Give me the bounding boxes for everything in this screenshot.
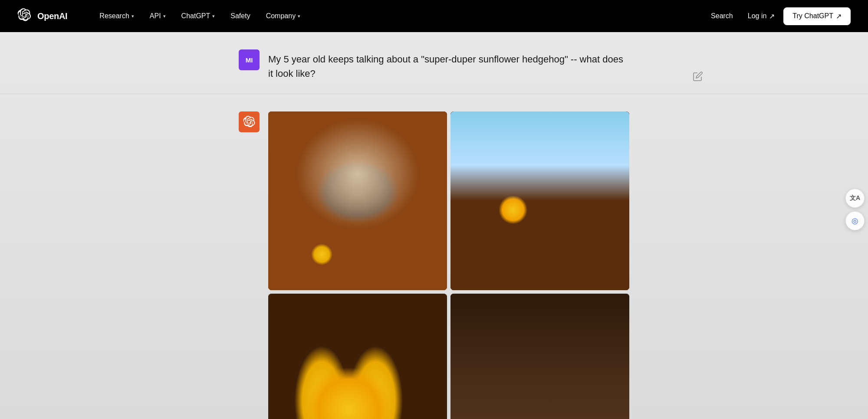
logo[interactable]: OpenAI	[17, 8, 67, 24]
hedgehog-image-4-svg	[450, 294, 629, 419]
svg-point-57	[487, 170, 523, 184]
svg-point-145	[380, 308, 399, 343]
svg-point-102	[550, 228, 560, 248]
accessibility-button[interactable]: ◎	[845, 211, 865, 230]
image-grid	[268, 111, 629, 419]
svg-point-113	[535, 242, 537, 244]
svg-point-35	[324, 179, 404, 241]
svg-point-71	[525, 180, 552, 208]
svg-point-101	[544, 225, 551, 246]
translate-icon: 文A	[850, 194, 860, 202]
generated-image-3[interactable]	[268, 294, 447, 419]
svg-point-87	[580, 125, 589, 131]
svg-point-148	[315, 329, 404, 405]
try-chatgpt-button[interactable]: Try ChatGPT ↗	[783, 7, 851, 25]
svg-point-52	[544, 210, 629, 255]
navbar: OpenAI Research ▾ API ▾ ChatGPT ▾ Safety…	[0, 0, 868, 32]
edit-button[interactable]	[693, 71, 703, 83]
svg-point-170	[461, 337, 486, 381]
svg-point-140	[319, 317, 343, 350]
hedgehog-image-1-svg	[268, 111, 447, 290]
svg-point-143	[362, 298, 371, 337]
svg-point-120	[605, 235, 609, 239]
svg-point-3	[314, 237, 330, 253]
company-chevron-icon: ▾	[298, 13, 300, 19]
edit-icon	[693, 71, 703, 82]
svg-point-72	[566, 180, 593, 208]
svg-point-77	[455, 192, 463, 214]
main-content: MI My 5 year old keeps talking about a "…	[0, 32, 868, 419]
svg-point-196	[556, 404, 566, 414]
search-button[interactable]: Search	[705, 9, 739, 23]
svg-point-116	[527, 246, 536, 255]
svg-point-142	[347, 298, 362, 338]
nav-safety[interactable]: Safety	[224, 9, 256, 23]
user-message-container: MI My 5 year old keeps talking about a "…	[239, 49, 629, 81]
generated-image-1[interactable]	[268, 111, 447, 290]
svg-point-201	[526, 387, 598, 419]
svg-point-198	[545, 409, 570, 419]
svg-point-2	[309, 233, 335, 258]
svg-point-193	[553, 398, 616, 419]
svg-point-189	[601, 385, 617, 406]
generated-image-2[interactable]	[450, 111, 629, 290]
svg-point-162	[498, 296, 514, 354]
nav-chatgpt[interactable]: ChatGPT ▾	[175, 9, 221, 23]
svg-rect-0	[268, 111, 447, 290]
nav-chatgpt-label: ChatGPT	[181, 12, 210, 20]
svg-point-11	[328, 233, 352, 257]
svg-point-100	[536, 225, 543, 246]
svg-point-111	[533, 241, 537, 245]
hedgehog-image-3-svg	[268, 294, 447, 419]
svg-point-78	[483, 192, 492, 214]
svg-point-32	[377, 173, 390, 193]
svg-point-90	[601, 141, 615, 149]
nav-api[interactable]: API ▾	[144, 9, 172, 23]
svg-point-33	[337, 180, 352, 200]
svg-rect-47	[450, 111, 629, 290]
generated-image-4[interactable]	[450, 294, 629, 419]
svg-point-45	[367, 192, 375, 198]
nav-research[interactable]: Research ▾	[93, 9, 140, 23]
nav-company[interactable]: Company ▾	[260, 9, 306, 23]
svg-point-105	[519, 236, 568, 272]
svg-point-18	[346, 240, 366, 260]
svg-point-38	[353, 193, 360, 200]
svg-point-9	[328, 233, 352, 257]
svg-rect-88	[588, 121, 589, 130]
svg-point-124	[466, 237, 472, 240]
try-chatgpt-label: Try ChatGPT	[792, 12, 833, 20]
svg-point-21	[407, 221, 416, 239]
svg-point-188	[594, 376, 609, 401]
svg-point-86	[588, 121, 602, 130]
research-chevron-icon: ▾	[132, 13, 134, 19]
svg-point-27	[282, 252, 290, 268]
svg-point-121	[614, 232, 618, 236]
translate-button[interactable]: 文A	[845, 189, 865, 208]
svg-point-10	[292, 233, 316, 257]
svg-point-192	[543, 390, 629, 419]
svg-rect-53	[503, 201, 507, 246]
svg-point-49	[484, 124, 511, 144]
svg-point-183	[496, 359, 498, 362]
svg-point-135	[289, 383, 329, 419]
svg-point-110	[545, 239, 556, 250]
svg-point-107	[525, 227, 534, 239]
svg-point-118	[470, 236, 475, 241]
svg-rect-94	[548, 117, 549, 124]
login-button[interactable]: Log in ↗	[742, 9, 781, 24]
svg-point-12	[360, 239, 382, 262]
svg-point-184	[548, 379, 568, 405]
svg-point-58	[487, 213, 523, 227]
svg-point-8	[292, 233, 316, 257]
svg-point-93	[548, 117, 560, 124]
svg-point-39	[368, 193, 375, 200]
svg-point-36	[331, 180, 398, 231]
hedgehog-image-2-svg	[450, 111, 629, 290]
svg-point-178	[511, 353, 514, 355]
svg-point-144	[372, 301, 386, 339]
api-chevron-icon: ▾	[163, 13, 166, 19]
svg-point-98	[519, 234, 532, 253]
svg-point-199	[552, 411, 562, 419]
svg-point-197	[558, 406, 562, 409]
